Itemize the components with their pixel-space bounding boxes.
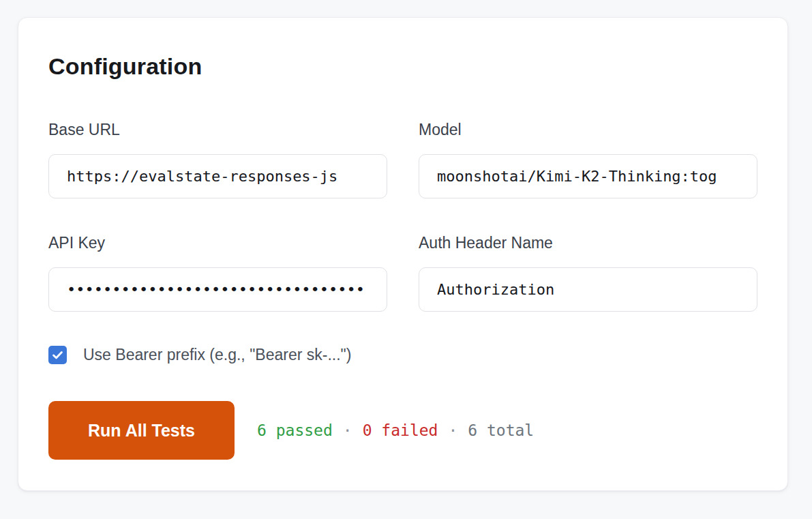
field-auth-header-name: Auth Header Name — [419, 234, 757, 312]
page-title: Configuration — [48, 53, 757, 80]
run-all-tests-button[interactable]: Run All Tests — [48, 401, 235, 460]
api-key-input[interactable] — [48, 267, 387, 312]
test-status-line: 6 passed · 0 failed · 6 total — [257, 421, 534, 439]
checkmark-icon — [51, 349, 64, 361]
field-model: Model — [419, 121, 757, 198]
status-total: 6 total — [468, 421, 534, 439]
auth-header-name-label: Auth Header Name — [419, 234, 757, 252]
checkbox-checked-icon[interactable] — [48, 346, 67, 364]
base-url-label: Base URL — [48, 121, 387, 139]
model-label: Model — [419, 121, 757, 139]
bearer-prefix-checkbox-label: Use Bearer prefix (e.g., "Bearer sk-..."… — [83, 346, 351, 364]
status-failed: 0 failed — [363, 421, 438, 439]
base-url-input[interactable] — [48, 154, 387, 198]
auth-header-name-input[interactable] — [419, 267, 757, 312]
fields-grid: Base URL Model API Key Auth Header Name — [48, 121, 757, 312]
actions-row: Run All Tests 6 passed · 0 failed · 6 to… — [48, 401, 757, 460]
model-input[interactable] — [419, 154, 757, 198]
status-passed: 6 passed — [257, 421, 333, 439]
field-base-url: Base URL — [48, 121, 387, 198]
configuration-card: Configuration Base URL Model API Key Aut… — [18, 17, 788, 491]
api-key-label: API Key — [48, 234, 387, 252]
status-separator: · — [448, 421, 457, 439]
bearer-prefix-checkbox-row[interactable]: Use Bearer prefix (e.g., "Bearer sk-..."… — [48, 346, 757, 364]
status-separator: · — [343, 421, 352, 439]
field-api-key: API Key — [48, 234, 387, 312]
